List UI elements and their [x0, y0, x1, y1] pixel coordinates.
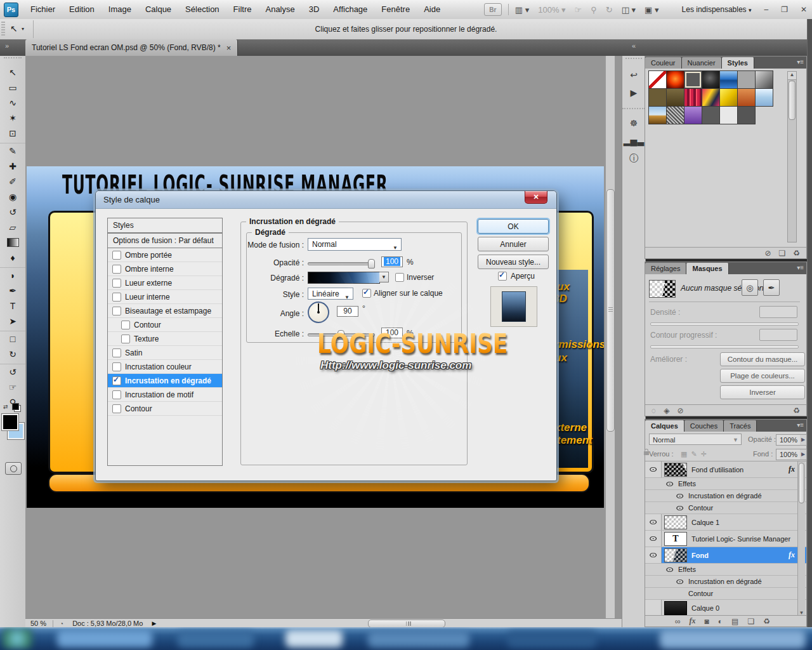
eyedropper-tool[interactable]: ✎ [0, 143, 25, 159]
style-red-stripes[interactable] [684, 88, 702, 107]
layer-main[interactable]: Contour fx ▴ [686, 502, 806, 514]
history-panel-icon[interactable]: ↩ [622, 66, 645, 84]
panel-tab[interactable]: Masques [686, 263, 728, 274]
panel-tab[interactable]: Tracés [724, 420, 757, 432]
reverse-checkbox[interactable] [395, 273, 404, 282]
panel-tab[interactable]: Nuancier [682, 57, 722, 69]
apply-mask-icon[interactable]: ◈ [664, 406, 669, 415]
close-button[interactable]: ✕ [801, 5, 807, 14]
effect-checkbox[interactable] [121, 335, 130, 343]
restore-button[interactable]: ❐ [781, 5, 788, 14]
menu-item[interactable]: Aide [417, 0, 447, 19]
quick-mask-button[interactable] [5, 462, 22, 475]
layer-row[interactable]: ⊙ T Tutoriel Logic- Sunrise Manager fx ▴ [645, 531, 806, 547]
info-panel-icon[interactable]: ⓘ [622, 150, 645, 168]
layer-thumbnail[interactable]: T [664, 532, 687, 546]
shape-tool[interactable]: □ [0, 331, 25, 347]
close-tab-icon[interactable]: × [226, 43, 232, 53]
foreground-color-swatch[interactable] [2, 414, 18, 430]
layer-main[interactable]: Calque 1 fx ▴ [662, 514, 806, 530]
panel-tab[interactable]: Calques [645, 420, 684, 432]
zoom-level[interactable]: 100% ▾ [538, 5, 565, 15]
gradient-picker-caret[interactable]: ▼ [379, 272, 389, 282]
menu-item[interactable]: Fichier [23, 0, 62, 19]
rotate-view-panel-icon[interactable]: ☸ [622, 108, 645, 132]
path-selection-tool[interactable]: ➤ [0, 314, 25, 329]
new-style-icon[interactable]: ❏ [778, 249, 785, 258]
menu-item[interactable]: Analyse [258, 0, 301, 19]
visibility-toggle[interactable]: ⊙ [645, 461, 662, 477]
layer-thumbnail[interactable] [664, 601, 687, 615]
layer-row[interactable]: ⊙ Contour fx ▴ [645, 588, 806, 600]
style-dark-gray[interactable] [684, 70, 702, 89]
zoom-tool-icon[interactable]: ⚲ [591, 5, 597, 15]
layer-main[interactable]: Calque 0 fx ▴ [662, 600, 806, 616]
gradient-tool[interactable] [0, 235, 25, 250]
effect-item[interactable]: Lueur interne [108, 290, 222, 304]
style-noise[interactable] [666, 106, 684, 124]
effect-checkbox[interactable] [112, 404, 121, 413]
layer-main[interactable]: Fond d'utilisation fx ▴ [662, 461, 806, 477]
delete-style-icon[interactable]: ♻ [793, 249, 800, 258]
blending-options-item[interactable]: Options de fusion : Par défaut [107, 233, 223, 248]
effect-item[interactable]: Biseautage et estampage [108, 304, 222, 318]
style-abstract[interactable] [702, 88, 720, 107]
style-blue-glass[interactable] [755, 88, 773, 107]
layer-row[interactable]: ⊙ Incrustation en dégradé fx ▴ [645, 576, 806, 588]
clone-stamp-tool[interactable]: ◉ [0, 189, 25, 204]
style-gray-3[interactable] [737, 106, 756, 124]
lock-transparency-icon[interactable]: ▦ [681, 450, 687, 458]
eraser-tool[interactable]: ▱ [0, 220, 25, 235]
effect-checkbox[interactable] [112, 251, 121, 260]
style-gray-2[interactable] [702, 106, 720, 124]
cancel-button[interactable]: Annuler [478, 237, 549, 251]
status-menu-icon[interactable]: ▶ [152, 620, 156, 627]
effect-item[interactable]: Ombre interne [108, 262, 222, 276]
visibility-toggle[interactable]: ⊙ [645, 547, 662, 563]
type-tool[interactable]: T [0, 298, 25, 314]
healing-brush-tool[interactable]: ✚ [0, 159, 25, 174]
feather-field[interactable] [759, 329, 797, 341]
scrollbar-thumb[interactable] [606, 189, 615, 432]
panel-menu-icon[interactable]: ▾≡ [797, 421, 804, 428]
lock-pixels-icon[interactable]: ✎ [691, 450, 697, 458]
vertical-scrollbar[interactable] [605, 56, 615, 618]
menu-item[interactable]: Calque [138, 0, 178, 19]
style-dark-sphere[interactable] [702, 70, 720, 89]
new-style-button[interactable]: Nouveau style... [478, 255, 549, 269]
layer-row[interactable]: ⊙ Contour fx ▴ [645, 502, 806, 514]
menu-item[interactable]: Filtre [226, 0, 259, 19]
layer-main[interactable]: Contour fx ▴ [686, 588, 806, 599]
effect-item[interactable]: Incrustation couleur [108, 360, 222, 374]
fill-slider-icon[interactable]: ▶ [800, 449, 807, 460]
layer-row[interactable]: ⊙ Effets fx ▴ [645, 478, 806, 490]
menu-item[interactable]: Edition [62, 0, 102, 19]
brush-tool[interactable]: ✐ [0, 174, 25, 189]
effect-checkbox[interactable] [112, 390, 121, 399]
layer-row[interactable]: ⊙ Fond fx ▴ [645, 547, 806, 564]
gradient-preview-strip[interactable] [308, 272, 380, 284]
style-landscape[interactable] [648, 106, 667, 124]
menu-item[interactable]: Image [102, 0, 138, 19]
rotate-view-icon[interactable]: ↻ [606, 5, 613, 15]
menu-item[interactable]: 3D [302, 0, 327, 19]
layer-style-icon[interactable]: fx [690, 616, 696, 626]
default-colors-icon[interactable] [14, 405, 21, 412]
link-layers-icon[interactable]: ∞ [675, 617, 681, 626]
dodge-tool[interactable]: ◗ [0, 267, 25, 283]
orbit-3d-tool[interactable]: ↺ [0, 364, 25, 380]
visibility-toggle[interactable]: ⊙ [664, 564, 676, 575]
view-extras-icon[interactable]: ▥ ▾ [515, 5, 529, 15]
panel-tab[interactable]: Couleur [645, 57, 682, 69]
clear-style-icon[interactable]: ⊘ [764, 249, 771, 258]
layer-main[interactable]: Fond fx ▴ [662, 547, 806, 563]
style-yellow-3d[interactable] [719, 88, 738, 107]
opacity-slider[interactable] [308, 262, 375, 265]
style-brown[interactable] [666, 88, 684, 107]
document-tab[interactable]: Tutoriel LS Fond ecran OM.psd @ 50% (Fon… [25, 39, 238, 56]
hand-tool[interactable]: ☞ [0, 380, 25, 395]
fx-icon[interactable]: fx [789, 465, 795, 474]
blur-tool[interactable]: ♦ [0, 250, 25, 265]
rotate-3d-tool[interactable]: ↻ [0, 347, 25, 362]
angle-dial[interactable] [308, 302, 329, 323]
